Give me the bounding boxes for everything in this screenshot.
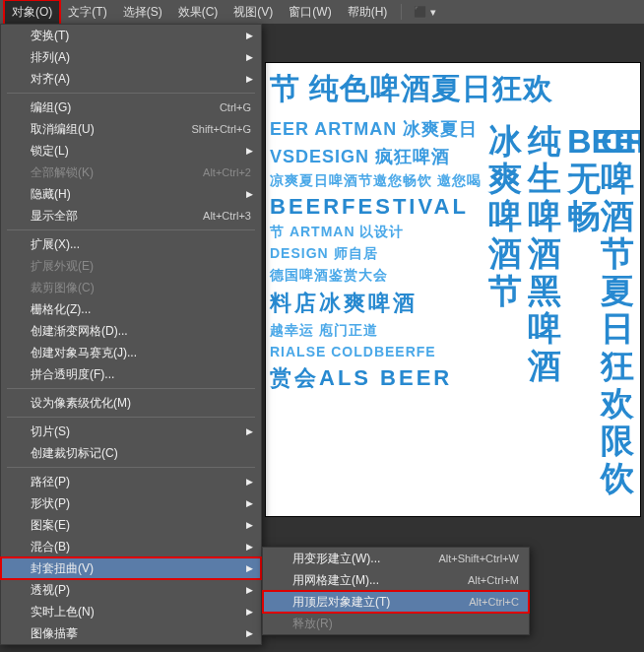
submenu-item: 释放(R)	[263, 613, 529, 634]
submenu-arrow-icon: ▶	[246, 498, 253, 508]
submenu-arrow-icon: ▶	[246, 563, 253, 573]
submenu-arrow-icon: ▶	[246, 520, 253, 530]
submenu-arrow-icon: ▶	[246, 189, 253, 199]
menu-separator	[7, 229, 255, 230]
menubar-item[interactable]: 窗口(W)	[281, 0, 339, 25]
workspace-switcher-icon[interactable]: ⬛ ▾	[408, 6, 442, 19]
menu-item-label: 排列(A)	[31, 49, 251, 66]
art-text: 德国啤酒鉴赏大会	[266, 265, 640, 287]
submenu-arrow-icon: ▶	[246, 74, 253, 84]
submenu-arrow-icon: ▶	[246, 426, 253, 436]
art-text: 节 纯色啤酒夏日狂欢	[266, 63, 640, 115]
menu-item[interactable]: 图像描摹▶	[1, 622, 261, 644]
separator	[401, 4, 402, 20]
menu-item-label: 实时上色(N)	[31, 604, 251, 620]
menu-item[interactable]: 锁定(L)▶	[1, 140, 261, 162]
art-text: 越幸运 庖门正道	[266, 320, 640, 342]
menu-item[interactable]: 设为像素级优化(M)	[1, 392, 261, 414]
menu-separator	[7, 93, 255, 94]
menu-item-label: 变换(T)	[31, 28, 251, 44]
menu-item-label: 混合(B)	[31, 539, 251, 555]
menu-item-label: 封套扭曲(V)	[31, 560, 251, 577]
submenu-arrow-icon: ▶	[246, 477, 253, 487]
menu-item[interactable]: 取消编组(U)Shift+Ctrl+G	[1, 118, 261, 140]
menu-item-label: 用变形建立(W)...	[292, 551, 438, 567]
menu-item[interactable]: 变换(T)▶	[1, 25, 261, 46]
art-text: 冰爽啤酒节	[488, 122, 522, 309]
menubar-item[interactable]: 对象(O)	[4, 0, 60, 25]
menu-item-label: 显示全部	[31, 208, 203, 225]
menu-item[interactable]: 创建裁切标记(C)	[1, 442, 261, 464]
menu-item[interactable]: 扩展(X)...	[1, 233, 261, 255]
envelope-distort-submenu: 用变形建立(W)...Alt+Shift+Ctrl+W用网格建立(M)...Al…	[262, 547, 530, 635]
menu-item[interactable]: 显示全部Alt+Ctrl+3	[1, 205, 261, 227]
menu-item-label: 编组(G)	[31, 99, 220, 116]
art-text: 赏会ALS BEER	[266, 361, 640, 395]
menubar-item[interactable]: 选择(S)	[115, 0, 170, 25]
menu-separator	[7, 467, 255, 468]
menu-separator	[7, 388, 255, 389]
menu-item[interactable]: 混合(B)▶	[1, 536, 261, 557]
menu-shortcut: Alt+Shift+Ctrl+W	[438, 553, 519, 564]
menu-shortcut: Shift+Ctrl+G	[191, 123, 251, 135]
menu-item-label: 释放(R)	[292, 616, 519, 632]
menu-item-label: 取消编组(U)	[31, 121, 191, 138]
menu-item[interactable]: 切片(S)▶	[1, 421, 261, 442]
menubar-item[interactable]: 视图(V)	[225, 0, 281, 25]
submenu-arrow-icon: ▶	[246, 542, 253, 552]
submenu-arrow-icon: ▶	[246, 146, 253, 156]
menu-item-label: 隐藏(H)	[31, 186, 251, 203]
menu-item-label: 扩展外观(E)	[31, 258, 251, 275]
art-text: BEER 无畅	[567, 122, 601, 234]
menu-item: 裁剪图像(C)	[1, 277, 261, 298]
menu-item-label: 路径(P)	[31, 474, 251, 490]
menu-shortcut: Alt+Ctrl+3	[203, 210, 251, 222]
submenu-item[interactable]: 用顶层对象建立(T)Alt+Ctrl+C	[263, 591, 529, 613]
art-text: RIALSE COLDBEERFE	[266, 342, 640, 361]
submenu-arrow-icon: ▶	[246, 628, 253, 638]
menubar-item[interactable]: 帮助(H)	[340, 0, 396, 25]
menu-item-label: 栅格化(Z)...	[31, 301, 251, 318]
menu-item-label: 锁定(L)	[31, 143, 251, 160]
art-text: CRAZYBEER 啤酒节夏日狂欢限饮	[601, 122, 634, 496]
menu-item[interactable]: 封套扭曲(V)▶	[1, 557, 261, 579]
menu-item[interactable]: 图案(E)▶	[1, 514, 261, 536]
submenu-item[interactable]: 用变形建立(W)...Alt+Shift+Ctrl+W	[263, 548, 529, 569]
menu-item-label: 扩展(X)...	[31, 236, 251, 253]
menu-item: 扩展外观(E)	[1, 255, 261, 277]
menu-item[interactable]: 拼合透明度(F)...	[1, 363, 261, 385]
menu-item[interactable]: 排列(A)▶	[1, 46, 261, 68]
menu-separator	[7, 417, 255, 418]
menu-item[interactable]: 透视(P)▶	[1, 579, 261, 601]
menu-item-label: 用网格建立(M)...	[292, 572, 468, 589]
menu-item-label: 对齐(A)	[31, 71, 251, 88]
menu-shortcut: Alt+Ctrl+M	[468, 574, 519, 586]
menu-item-label: 拼合透明度(F)...	[31, 366, 251, 383]
menu-item[interactable]: 栅格化(Z)...	[1, 298, 261, 320]
menu-item[interactable]: 对齐(A)▶	[1, 68, 261, 90]
menu-item-label: 切片(S)	[31, 424, 251, 440]
menu-item[interactable]: 编组(G)Ctrl+G	[1, 97, 261, 118]
submenu-arrow-icon: ▶	[246, 52, 253, 62]
menu-item-label: 形状(P)	[31, 495, 251, 512]
menu-item[interactable]: 实时上色(N)▶	[1, 601, 261, 622]
artboard: 节 纯色啤酒夏日狂欢 EER ARTMAN 冰爽夏日 VSDESIGN 疯狂啤酒…	[266, 63, 640, 516]
art-text: 纯生啤酒黑啤酒	[528, 122, 561, 384]
menu-item[interactable]: 创建渐变网格(D)...	[1, 320, 261, 342]
menu-item-label: 图案(E)	[31, 517, 251, 534]
menu-item-label: 全部解锁(K)	[31, 164, 203, 181]
menubar: 对象(O)文字(T)选择(S)效果(C)视图(V)窗口(W)帮助(H)⬛ ▾	[0, 0, 644, 24]
submenu-item[interactable]: 用网格建立(M)...Alt+Ctrl+M	[263, 569, 529, 591]
menu-item[interactable]: 隐藏(H)▶	[1, 183, 261, 205]
menu-item-label: 图像描摹	[31, 625, 251, 642]
menu-item[interactable]: 形状(P)▶	[1, 492, 261, 514]
menu-item[interactable]: 创建对象马赛克(J)...	[1, 342, 261, 363]
menu-item-label: 创建裁切标记(C)	[31, 445, 251, 462]
menu-item[interactable]: 路径(P)▶	[1, 471, 261, 492]
menu-item: 全部解锁(K)Alt+Ctrl+2	[1, 162, 261, 183]
menubar-item[interactable]: 效果(C)	[170, 0, 226, 25]
menu-item-label: 透视(P)	[31, 582, 251, 599]
menu-shortcut: Ctrl+G	[220, 101, 251, 113]
menubar-item[interactable]: 文字(T)	[60, 0, 114, 25]
submenu-arrow-icon: ▶	[246, 607, 253, 617]
